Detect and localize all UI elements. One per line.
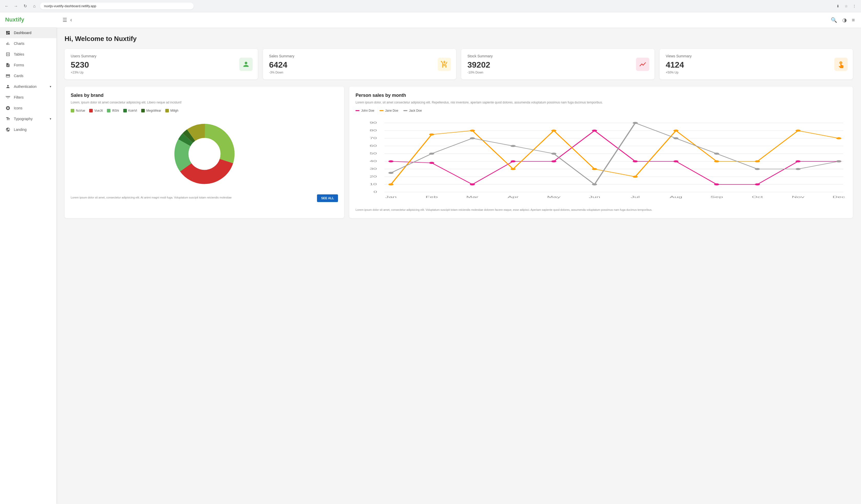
sidebar-item-landing[interactable]: Landing [0,124,56,135]
stock-card-value: 39202 [467,60,648,70]
landing-icon [5,127,11,132]
svg-text:Nov: Nov [792,195,805,198]
sidebar-item-icons[interactable]: Icons [0,103,56,113]
tables-icon [5,52,11,57]
sidebar-item-typography[interactable]: Typography ▾ [0,113,56,124]
svg-text:Apr: Apr [508,195,519,198]
line-chart-desc: Lorem ipsum dolor, sit amet consectetur … [355,100,847,105]
svg-point-67 [551,153,557,155]
authentication-label: Authentication [14,85,37,89]
svg-point-58 [673,130,679,132]
svg-point-55 [551,130,557,132]
sidebar-item-cards[interactable]: Cards [0,70,56,81]
legend-koinvi: KoinVi [123,109,137,112]
sidebar-item-authentication[interactable]: Authentication ▾ [0,81,56,92]
svg-point-47 [714,183,719,185]
dashboard-icon [5,30,11,35]
page-content: Hi, Welcome to Nuxtify Users Summary 523… [56,28,861,504]
svg-point-45 [633,160,638,163]
svg-point-68 [592,183,597,185]
search-icon[interactable]: 🔍 [831,17,837,23]
legend-jack-label: Jack Doe [409,109,422,112]
views-card-change: +50% Up [666,71,847,74]
users-card-change: +23% Up [71,71,251,74]
svg-text:90: 90 [370,122,377,124]
filters-label: Filters [14,95,24,99]
svg-point-54 [511,168,516,170]
more-options-icon[interactable]: ≡ [852,17,855,23]
sidebar-item-dashboard[interactable]: Dashboard [0,27,56,38]
sidebar-item-forms[interactable]: Forms [0,60,56,70]
svg-point-71 [714,153,719,155]
legend-koinvi-label: KoinVi [128,109,137,112]
stock-card-change: -10% Down [467,71,648,74]
line-chart-legend: John Doe Jane Doe Jack Doe [355,109,847,112]
views-card-value: 4124 [666,60,847,70]
forms-label: Forms [14,63,24,67]
dashboard-label: Dashboard [14,31,31,35]
svg-text:Feb: Feb [426,195,438,198]
svg-point-73 [796,168,801,170]
browser-menu-icon[interactable]: ⋮ [851,3,858,10]
legend-jane-label: Jane Doe [385,109,398,112]
svg-point-42 [511,160,516,163]
sales-summary-card: Sales Summary 6424 -3% Down [263,49,456,79]
legend-millgh: Millgh [165,109,178,112]
svg-text:70: 70 [370,137,377,140]
menu-toggle-icon[interactable]: ☰ [63,17,67,23]
svg-point-59 [714,160,719,163]
sidebar-item-filters[interactable]: Filters [0,92,56,103]
nav-refresh-button[interactable]: ↻ [22,3,29,10]
svg-text:Mar: Mar [466,195,479,198]
topbar-back-icon[interactable]: ‹ [70,17,72,23]
svg-point-64 [429,153,434,155]
browser-extension-icon[interactable]: ⬇ [834,3,842,10]
svg-text:60: 60 [370,144,377,147]
svg-point-74 [836,160,842,163]
typography-icon [5,116,11,121]
svg-text:10: 10 [370,183,377,186]
svg-point-66 [511,145,516,147]
donut-chart-card: Sales by brand Lorem, ipsum dolor sit am… [65,87,344,218]
legend-nuvue-label: NuVue [76,109,85,112]
nav-home-button[interactable]: ⌂ [31,3,38,10]
see-all-button[interactable]: SEE ALL [317,194,338,202]
address-bar[interactable] [40,3,194,10]
svg-text:50: 50 [370,152,377,155]
line-chart-card: Person sales by month Lorem ipsum dolor,… [349,87,853,218]
svg-text:30: 30 [370,167,377,170]
landing-label: Landing [14,128,27,132]
svg-text:Sep: Sep [710,195,723,198]
svg-text:80: 80 [370,129,377,132]
legend-vuejit: VueJit [89,109,103,112]
legend-john: John Doe [355,109,374,112]
legend-iftshi: IftShi [107,109,119,112]
svg-point-49 [796,160,801,163]
svg-point-63 [388,172,394,174]
cards-icon [5,73,11,78]
cards-label: Cards [14,74,23,78]
stock-summary-card: Stock Summary 39202 -10% Down [461,49,655,79]
charts-icon [5,41,11,46]
sidebar-item-charts[interactable]: Charts [0,38,56,49]
svg-text:Oct: Oct [752,195,763,198]
views-card-title: Views Summary [666,54,847,58]
charts-label: Charts [14,42,24,46]
svg-text:40: 40 [370,160,377,163]
filters-icon [5,95,11,100]
nav-forward-button[interactable]: → [12,3,19,10]
legend-jane: Jane Doe [380,109,398,112]
authentication-chevron: ▾ [50,85,51,88]
donut-chart-title: Sales by brand [71,93,338,98]
line-chart-visual: .grid-line { stroke: #e0e0e0; stroke-wid… [355,116,847,205]
legend-millgh-label: Millgh [170,109,178,112]
theme-toggle-icon[interactable]: ◑ [842,17,847,23]
svg-point-48 [755,183,760,185]
sidebar-item-tables[interactable]: Tables [0,49,56,60]
legend-iftshi-label: IftShi [112,109,119,112]
nav-back-button[interactable]: ← [3,3,10,10]
browser-star-icon[interactable]: ☆ [843,3,850,10]
svg-text:Jul: Jul [631,195,640,198]
charts-row: Sales by brand Lorem, ipsum dolor sit am… [65,87,853,218]
svg-point-43 [551,160,557,163]
